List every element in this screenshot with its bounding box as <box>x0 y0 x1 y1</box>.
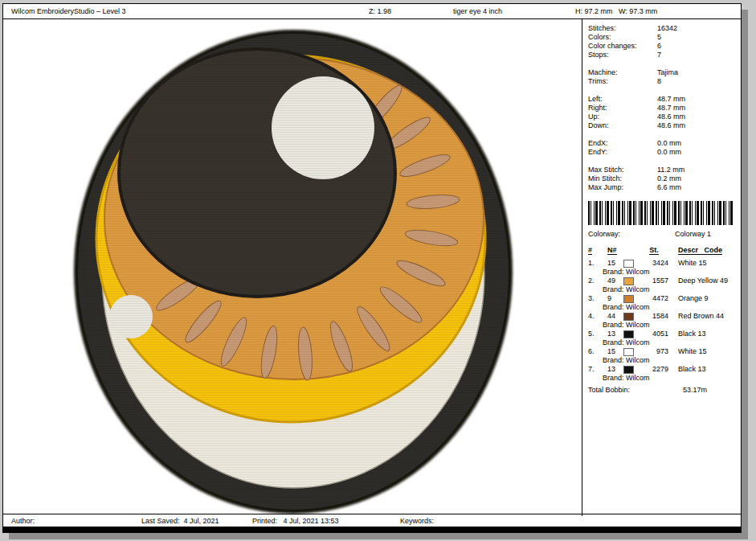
col-header-num: # <box>588 246 592 255</box>
thread-description: Black 13 <box>672 365 737 374</box>
thread-description: Deep Yellow 49 <box>672 277 737 285</box>
thread-stitch-count: 4472 <box>636 294 672 303</box>
stat-value: 48.6 mm <box>657 113 737 121</box>
colorway-value: Colorway 1 <box>675 230 737 239</box>
keywords-label: Keywords: <box>400 517 434 525</box>
stat-value: 5 <box>657 33 737 42</box>
stat-value: 0.0 mm <box>657 139 737 148</box>
thread-color-swatch <box>623 348 634 356</box>
machine-group: Machine:Tajima Trims:8 <box>588 68 737 86</box>
thread-description: Black 13 <box>672 330 737 338</box>
worksheet-page: Wilcom EmbroideryStudio – Level 3 Z: 1.9… <box>2 3 742 533</box>
page-bottom-bar <box>3 527 741 532</box>
thread-description: Orange 9 <box>672 294 737 303</box>
stat-value: 6 <box>657 42 737 51</box>
stat-value: 16342 <box>657 24 737 33</box>
thread-stitch-count: 4051 <box>636 330 672 338</box>
thread-stitch-count: 973 <box>636 347 672 356</box>
stat-label: Max Stitch: <box>588 166 657 174</box>
design-barcode <box>588 201 733 225</box>
colorway-label: Colorway: <box>588 230 675 239</box>
stat-label: Down: <box>588 121 657 130</box>
extents-group: Left:48.7 mm Right:48.7 mm Up:48.6 mm Do… <box>588 95 737 130</box>
thread-row: 4. 44 1584 Red Brown 44 Brand: Wilcom <box>588 312 737 329</box>
stitch-limits-group: Max Stitch:11.2 mm Min Stitch:0.2 mm Max… <box>588 166 737 192</box>
thread-row-number: 2. <box>588 277 607 285</box>
thread-color-swatch <box>623 260 634 268</box>
end-point-group: EndX:0.0 mm EndY:0.0 mm <box>588 139 737 157</box>
thread-description: White 15 <box>672 259 737 268</box>
thread-row: 6. 15 973 White 15 Brand: Wilcom <box>588 347 737 364</box>
thread-n-number: 15 <box>607 259 623 268</box>
page-header: Wilcom EmbroideryStudio – Level 3 Z: 1.9… <box>3 4 741 19</box>
thread-stitch-count: 3424 <box>636 259 672 268</box>
stat-label: Color changes: <box>588 42 657 51</box>
stat-value: 0.0 mm <box>657 148 737 157</box>
thread-row: 3. 9 4472 Orange 9 Brand: Wilcom <box>588 294 737 311</box>
thread-n-number: 13 <box>607 365 623 374</box>
stat-label: Stitches: <box>588 24 657 33</box>
thread-n-number: 44 <box>607 312 623 321</box>
zoom-level: Z: 1.98 <box>369 7 391 15</box>
stat-value: 48.7 mm <box>657 95 737 104</box>
stat-label: Machine: <box>588 68 657 77</box>
thread-color-swatch <box>623 313 634 321</box>
thread-brand: Brand: Wilcom <box>603 356 737 364</box>
stitch-stats-group: Stitches:16342 Colors:5 Color changes:6 … <box>588 24 737 59</box>
tiger-eye-patch <box>74 30 513 514</box>
thread-brand: Brand: Wilcom <box>603 303 737 311</box>
thread-brand: Brand: Wilcom <box>603 268 737 276</box>
thread-row-number: 6. <box>588 347 607 356</box>
stat-value: 48.6 mm <box>657 121 737 130</box>
thread-n-number: 13 <box>607 330 623 338</box>
thread-n-number: 49 <box>607 277 623 285</box>
col-header-st: St. <box>649 246 659 255</box>
thread-color-swatch <box>623 277 634 285</box>
thread-color-swatch <box>623 366 634 374</box>
stat-value: 48.7 mm <box>657 104 737 113</box>
colorway-row: Colorway: Colorway 1 <box>588 230 737 239</box>
embroidery-design-canvas <box>5 20 580 515</box>
design-preview-area <box>3 19 582 516</box>
thread-n-number: 9 <box>607 294 623 303</box>
col-header-n: N# <box>607 246 617 255</box>
design-info-panel: Stitches:16342 Colors:5 Color changes:6 … <box>582 19 740 516</box>
thread-brand: Brand: Wilcom <box>603 374 737 382</box>
stat-label: Stops: <box>588 51 657 59</box>
thread-color-swatch <box>623 295 634 303</box>
printed-date: Printed: 4 Jul, 2021 13:53 <box>252 517 339 525</box>
stat-value: 0.2 mm <box>657 174 737 183</box>
stat-value: 6.6 mm <box>657 183 737 192</box>
thread-brand: Brand: Wilcom <box>603 338 737 346</box>
thread-brand: Brand: Wilcom <box>603 285 737 293</box>
stat-label: Min Stitch: <box>588 174 657 183</box>
thread-table-header: # N# St. Descr Code <box>588 246 737 255</box>
thread-stitch-count: 1557 <box>636 277 672 285</box>
design-name: tiger eye 4 inch <box>453 7 502 15</box>
thread-brand: Brand: Wilcom <box>603 321 737 329</box>
app-title: Wilcom EmbroideryStudio – Level 3 <box>11 7 126 15</box>
thread-row-number: 5. <box>588 330 607 338</box>
stat-value: 7 <box>657 51 737 59</box>
stat-label: EndY: <box>588 148 657 157</box>
last-saved: Last Saved: 4 Jul, 2021 <box>141 517 219 525</box>
thread-description: Red Brown 44 <box>672 312 737 321</box>
stat-value: Tajima <box>657 68 737 77</box>
page-footer: Author: Last Saved: 4 Jul, 2021 Printed:… <box>3 514 741 527</box>
thread-row-number: 7. <box>588 365 607 374</box>
thread-row: 1. 15 3424 White 15 Brand: Wilcom <box>588 259 737 276</box>
stat-value: 11.2 mm <box>657 166 737 174</box>
stat-label: Colors: <box>588 33 657 42</box>
stat-label: EndX: <box>588 139 657 148</box>
stat-label: Up: <box>588 113 657 121</box>
thread-row: 7. 13 2279 Black 13 Brand: Wilcom <box>588 365 737 382</box>
thread-stitch-count: 1584 <box>636 312 672 321</box>
total-bobbin-row: Total Bobbin: 53.17m <box>588 386 737 395</box>
stat-label: Left: <box>588 95 657 104</box>
thread-n-number: 15 <box>607 347 623 356</box>
total-bobbin-label: Total Bobbin: <box>588 386 683 395</box>
stat-label: Trims: <box>588 77 657 86</box>
stat-label: Max Jump: <box>588 183 657 192</box>
author-label: Author: <box>11 517 35 525</box>
thread-row-number: 4. <box>588 312 607 321</box>
